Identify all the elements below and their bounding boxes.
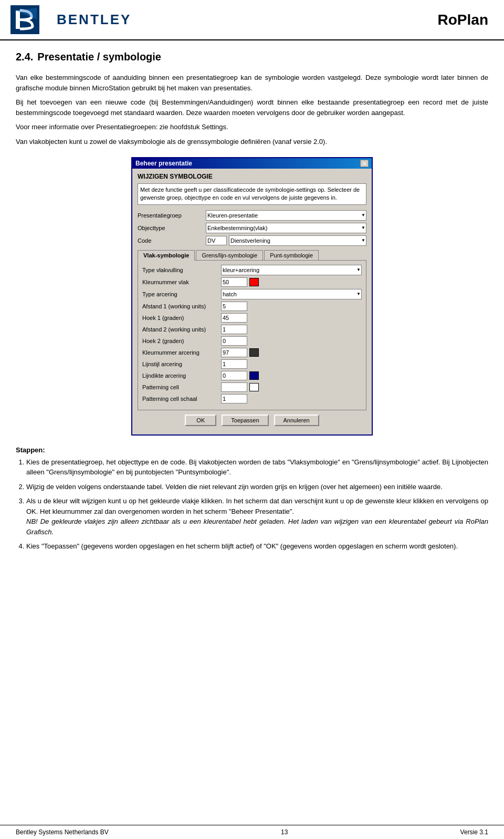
patterning-cell-schaal-row: Patterning cell schaal	[142, 394, 362, 403]
dialog-title: Beheer presentatie	[135, 160, 192, 167]
type-arcering-label: Type arcering	[142, 291, 221, 297]
presentatiegroep-select[interactable]: Kleuren-presentatie	[206, 210, 366, 221]
step-4: Kies "Toepassen" (gegevens worden opgesl…	[26, 541, 488, 552]
objecttype-select-wrapper[interactable]: Enkelbestemming(vlak)	[206, 223, 366, 233]
type-vlakvulling-select-wrapper[interactable]: kleur+arcering	[221, 265, 362, 275]
kleurnummer-arcering-color-box[interactable]	[249, 348, 259, 357]
logo-area: BENTLEY	[10, 5, 131, 34]
tabs-row: Vlak-symbologie Grens/lijn-symbologie Pu…	[138, 250, 366, 261]
kleurnummer-arcering-control	[221, 348, 362, 357]
dialog-titlebar: Beheer presentatie ✕	[132, 158, 372, 169]
paragraph-3: Voor meer informatie over Presentatiegro…	[16, 122, 488, 132]
objecttype-row: Objecttype Enkelbestemming(vlak)	[138, 223, 366, 233]
afstand1-row: Afstand 1 (working units)	[142, 302, 362, 311]
presentatiegroep-row: Presentatiegroep Kleuren-presentatie	[138, 210, 366, 221]
section-title: Presentatie / symbologie	[37, 51, 161, 63]
steps-list: Kies de presentatiegroep, het objecttype…	[16, 457, 488, 552]
section-number: 2.4.	[16, 51, 33, 63]
dialog-heading: WIJZIGEN SYMBOLOGIE	[138, 173, 366, 180]
patterning-cell-input[interactable]	[221, 382, 247, 392]
afstand1-control	[221, 302, 362, 311]
patterning-cell-label: Patterning cell	[142, 384, 221, 390]
lijnstijl-arcering-control	[221, 359, 362, 369]
dialog-body: WIJZIGEN SYMBOLOGIE Met deze functie gee…	[132, 169, 372, 434]
hoek1-row: Hoek 1 (graden)	[142, 313, 362, 323]
toepassen-button[interactable]: Toepassen	[222, 415, 268, 426]
objecttype-control: Enkelbestemming(vlak)	[206, 223, 366, 233]
afstand2-label: Afstand 2 (working units)	[142, 326, 221, 333]
lijndikte-arcering-input[interactable]	[221, 371, 247, 380]
hoek1-control	[221, 313, 362, 323]
lijndikte-arcering-control	[221, 371, 362, 380]
code-row: Code Dienstverlening	[138, 235, 366, 246]
lijnstijl-arcering-input[interactable]	[221, 359, 247, 369]
hoek2-row: Hoek 2 (graden)	[142, 336, 362, 346]
footer-center: 13	[281, 828, 288, 836]
type-arcering-select-wrapper[interactable]: hatch	[221, 289, 362, 299]
type-arcering-select[interactable]: hatch	[221, 289, 362, 299]
svg-rect-2	[16, 11, 20, 29]
tab-grens-lijn-symbologie[interactable]: Grens/lijn-symbologie	[196, 250, 263, 261]
code-select[interactable]: Dienstverlening	[229, 235, 366, 246]
type-vlakvulling-row: Type vlakvulling kleur+arcering	[142, 265, 362, 275]
hoek2-control	[221, 336, 362, 346]
hoek2-label: Hoek 2 (graden)	[142, 338, 221, 344]
hoek1-input[interactable]	[221, 313, 247, 323]
afstand1-input[interactable]	[221, 302, 247, 311]
afstand2-control	[221, 325, 362, 334]
page-header: BENTLEY RoPlan	[0, 0, 504, 40]
tab-vlak-symbologie[interactable]: Vlak-symbologie	[138, 250, 195, 261]
step-4-text: Kies "Toepassen" (gegevens worden opgesl…	[26, 542, 458, 550]
dialog-buttons: OK Toepassen Annuleren	[138, 410, 366, 430]
lijndikte-arcering-color-box[interactable]	[249, 371, 259, 380]
presentatiegroep-control: Kleuren-presentatie	[206, 210, 366, 221]
code-control: Dienstverlening	[206, 235, 366, 246]
footer-left: Bentley Systems Netherlands BV	[16, 828, 109, 836]
afstand2-row: Afstand 2 (working units)	[142, 325, 362, 334]
kleurnummer-arcering-input[interactable]	[221, 348, 247, 357]
kleurnummer-vlak-row: Kleurnummer vlak	[142, 277, 362, 287]
type-vlakvulling-select[interactable]: kleur+arcering	[221, 265, 362, 275]
page-footer: Bentley Systems Netherlands BV 13 Versie…	[0, 825, 504, 839]
code-select-wrapper[interactable]: Dienstverlening	[229, 235, 366, 246]
objecttype-select[interactable]: Enkelbestemming(vlak)	[206, 223, 366, 233]
kleurnummer-vlak-color-box[interactable]	[249, 278, 259, 286]
step-3-nb: NB! De gekleurde vlakjes zijn alleen zic…	[26, 517, 463, 525]
patterning-cell-schaal-label: Patterning cell schaal	[142, 396, 221, 402]
ok-button[interactable]: OK	[185, 415, 216, 426]
tab-punt-symbologie[interactable]: Punt-symbologie	[264, 250, 319, 261]
kleurnummer-arcering-row: Kleurnummer arcering	[142, 348, 362, 357]
step-2-text: Wijzig de velden volgens onderstaande ta…	[26, 483, 443, 491]
patterning-cell-color-box[interactable]	[249, 383, 259, 391]
step-3-text: Als u de kleur wilt wijzigen kunt u op h…	[26, 497, 488, 536]
step-1-text: Kies de presentatiegroep, het objecttype…	[26, 458, 488, 477]
lijnstijl-arcering-label: Lijnstijl arcering	[142, 361, 221, 367]
code-input1[interactable]	[206, 236, 227, 245]
kleurnummer-vlak-input[interactable]	[221, 277, 247, 287]
lijndikte-arcering-row: Lijndikte arcering	[142, 371, 362, 380]
kleurnummer-arcering-label: Kleurnummer arcering	[142, 349, 221, 356]
company-name: BENTLEY	[57, 12, 131, 28]
lijnstijl-arcering-row: Lijnstijl arcering	[142, 359, 362, 369]
dialog-close-button[interactable]: ✕	[360, 160, 369, 167]
type-arcering-row: Type arcering hatch	[142, 289, 362, 299]
patterning-cell-schaal-control	[221, 394, 362, 403]
presentatiegroep-select-wrapper[interactable]: Kleuren-presentatie	[206, 210, 366, 221]
app-title: RoPlan	[438, 12, 488, 28]
dialog-description: Met deze functie geeft u per classificat…	[138, 183, 366, 205]
bentley-logo-icon	[10, 5, 52, 34]
type-vlakvulling-label: Type vlakvulling	[142, 267, 221, 273]
patterning-cell-control	[221, 382, 362, 392]
afstand1-label: Afstand 1 (working units)	[142, 303, 221, 309]
hoek2-input[interactable]	[221, 336, 247, 346]
beheer-presentatie-dialog: Beheer presentatie ✕ WIJZIGEN SYMBOLOGIE…	[131, 157, 373, 436]
tab-content-vlak: Type vlakvulling kleur+arcering Kleurnum…	[138, 260, 366, 410]
main-content: 2.4. Presentatie / symbologie Van elke b…	[0, 40, 504, 566]
steps-section: Stappen: Kies de presentatiegroep, het o…	[16, 446, 488, 552]
afstand2-input[interactable]	[221, 325, 247, 334]
dialog-container: Beheer presentatie ✕ WIJZIGEN SYMBOLOGIE…	[16, 157, 488, 436]
kleurnummer-vlak-label: Kleurnummer vlak	[142, 279, 221, 285]
patterning-cell-schaal-input[interactable]	[221, 394, 247, 403]
objecttype-label: Objecttype	[138, 225, 206, 231]
annuleren-button[interactable]: Annuleren	[274, 415, 319, 426]
